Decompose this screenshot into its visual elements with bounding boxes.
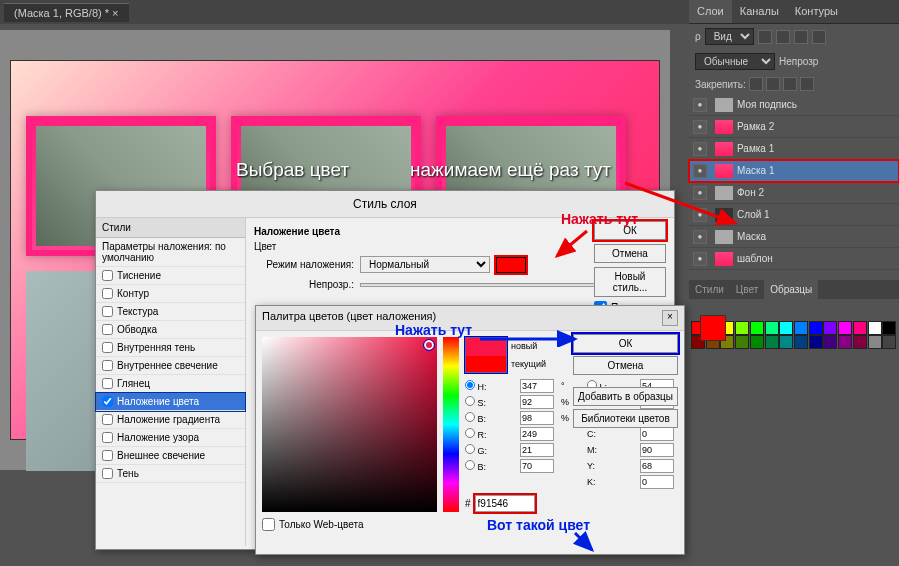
color-libs-button[interactable]: Библиотеки цветов (573, 409, 678, 428)
g-radio[interactable] (465, 444, 475, 454)
close-icon[interactable]: × (662, 310, 678, 326)
lock-position-icon[interactable] (783, 77, 797, 91)
b-rgb-input[interactable] (520, 459, 554, 473)
opacity-slider[interactable] (360, 283, 615, 287)
channels-tab[interactable]: Каналы (732, 0, 787, 23)
swatch[interactable] (765, 321, 779, 335)
style-checkbox[interactable] (102, 270, 113, 281)
filter-icon[interactable] (776, 30, 790, 44)
g-input[interactable] (520, 443, 554, 457)
swatch[interactable] (794, 335, 808, 349)
layer-row[interactable]: ●Маска (689, 226, 899, 248)
visibility-icon[interactable]: ● (693, 208, 707, 222)
layer-row[interactable]: ●Рамка 2 (689, 116, 899, 138)
styles-subtab[interactable]: Стили (689, 280, 730, 299)
layer-row[interactable]: ●Моя подпись (689, 94, 899, 116)
lock-paint-icon[interactable] (766, 77, 780, 91)
layer-row[interactable]: ●Рамка 1 (689, 138, 899, 160)
style-checkbox[interactable] (102, 360, 113, 371)
swatch[interactable] (765, 335, 779, 349)
layer-row[interactable]: ●Маска 1 (689, 160, 899, 182)
style-option[interactable]: Тень (96, 465, 245, 483)
hue-slider[interactable] (443, 337, 459, 512)
web-colors-checkbox[interactable] (262, 518, 275, 531)
layer-row[interactable]: ●Слой 1 (689, 204, 899, 226)
cancel-button[interactable]: Отмена (594, 244, 666, 263)
style-checkbox[interactable] (102, 306, 113, 317)
c-input[interactable] (640, 427, 674, 441)
style-checkbox[interactable] (102, 288, 113, 299)
visibility-icon[interactable]: ● (693, 98, 707, 112)
styles-header[interactable]: Стили (96, 218, 245, 238)
swatch[interactable] (809, 321, 823, 335)
style-option[interactable]: Текстура (96, 303, 245, 321)
style-checkbox[interactable] (102, 324, 113, 335)
visibility-icon[interactable]: ● (693, 230, 707, 244)
h-radio[interactable] (465, 380, 475, 390)
swatch[interactable] (853, 321, 867, 335)
k-input[interactable] (640, 475, 674, 489)
layer-filter-select[interactable]: Вид (705, 28, 754, 45)
m-input[interactable] (640, 443, 674, 457)
layer-row[interactable]: ●Фон 2 (689, 182, 899, 204)
color-subtab[interactable]: Цвет (730, 280, 764, 299)
document-tab[interactable]: (Маска 1, RGB/8) * × (4, 3, 129, 22)
style-checkbox[interactable] (102, 396, 113, 407)
swatch[interactable] (882, 335, 896, 349)
swatch[interactable] (779, 321, 793, 335)
s-radio[interactable] (465, 396, 475, 406)
swatch[interactable] (809, 335, 823, 349)
style-checkbox[interactable] (102, 414, 113, 425)
swatch[interactable] (838, 321, 852, 335)
lock-all-icon[interactable] (800, 77, 814, 91)
swatch[interactable] (750, 335, 764, 349)
blend-mode-select[interactable]: Обычные (695, 53, 775, 70)
swatch[interactable] (823, 321, 837, 335)
blending-options[interactable]: Параметры наложения: по умолчанию (96, 238, 245, 267)
filter-icon[interactable] (812, 30, 826, 44)
visibility-icon[interactable]: ● (693, 186, 707, 200)
new-style-button[interactable]: Новый стиль... (594, 267, 666, 297)
style-option[interactable]: Наложение градиента (96, 411, 245, 429)
r-radio[interactable] (465, 428, 475, 438)
color-chip[interactable] (496, 257, 526, 273)
swatch[interactable] (779, 335, 793, 349)
visibility-icon[interactable]: ● (693, 142, 707, 156)
swatch[interactable] (823, 335, 837, 349)
color-field[interactable] (262, 337, 437, 512)
swatch[interactable] (868, 335, 882, 349)
h-input[interactable] (520, 379, 554, 393)
swatch[interactable] (735, 335, 749, 349)
style-option[interactable]: Внутренняя тень (96, 339, 245, 357)
r-input[interactable] (520, 427, 554, 441)
style-option[interactable]: Обводка (96, 321, 245, 339)
swatch[interactable] (735, 321, 749, 335)
y-input[interactable] (640, 459, 674, 473)
filter-icon[interactable] (794, 30, 808, 44)
swatch[interactable] (868, 321, 882, 335)
style-option[interactable]: Внешнее свечение (96, 447, 245, 465)
picker-ok-button[interactable]: ОК (573, 334, 678, 353)
swatch[interactable] (853, 335, 867, 349)
style-option[interactable]: Контур (96, 285, 245, 303)
b-hsb-input[interactable] (520, 411, 554, 425)
b-hsb-radio[interactable] (465, 412, 475, 422)
layer-row[interactable]: ●шаблон (689, 248, 899, 270)
style-option[interactable]: Глянец (96, 375, 245, 393)
swatch[interactable] (750, 321, 764, 335)
hex-input[interactable] (475, 495, 535, 512)
lock-transparent-icon[interactable] (749, 77, 763, 91)
style-option[interactable]: Внутреннее свечение (96, 357, 245, 375)
ok-button[interactable]: ОК (594, 221, 666, 240)
visibility-icon[interactable]: ● (693, 120, 707, 134)
style-checkbox[interactable] (102, 450, 113, 461)
swatch[interactable] (838, 335, 852, 349)
s-input[interactable] (520, 395, 554, 409)
style-checkbox[interactable] (102, 342, 113, 353)
swatches-subtab[interactable]: Образцы (764, 280, 818, 299)
blend-mode-select[interactable]: Нормальный (360, 256, 490, 273)
paths-tab[interactable]: Контуры (787, 0, 846, 23)
style-option[interactable]: Тиснение (96, 267, 245, 285)
b-rgb-radio[interactable] (465, 460, 475, 470)
add-swatch-button[interactable]: Добавить в образцы (573, 387, 678, 406)
